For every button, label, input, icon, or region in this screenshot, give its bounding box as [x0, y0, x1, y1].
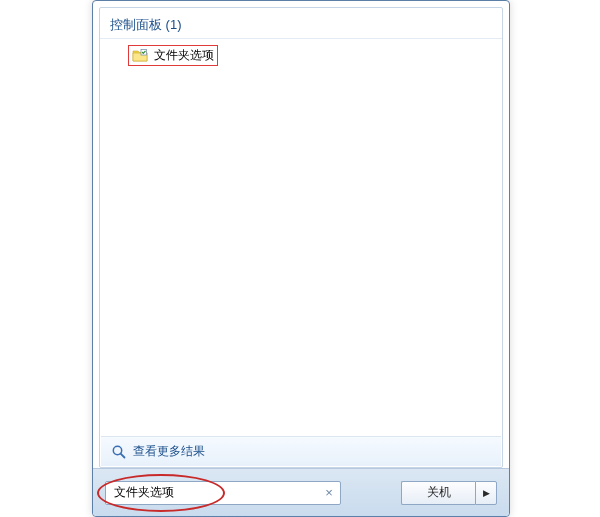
start-menu-bottom-bar: × 关机 ▶: [93, 468, 509, 516]
svg-line-2: [121, 453, 125, 457]
clear-search-icon[interactable]: ×: [321, 485, 337, 501]
shutdown-button[interactable]: 关机: [401, 481, 475, 505]
see-more-label: 查看更多结果: [133, 443, 205, 460]
shutdown-button-group: 关机 ▶: [401, 481, 497, 505]
search-box-wrapper: ×: [105, 481, 341, 505]
start-menu-panel: 控制面板 (1) 文件夹选项: [92, 0, 510, 517]
folder-options-icon: [132, 48, 148, 64]
results-spacer: [100, 68, 502, 436]
search-input[interactable]: [105, 481, 341, 505]
result-item[interactable]: 文件夹选项: [124, 43, 492, 68]
shutdown-options-arrow[interactable]: ▶: [475, 481, 497, 505]
annotation-highlight-box: 文件夹选项: [128, 45, 218, 66]
see-more-results[interactable]: 查看更多结果: [101, 436, 501, 466]
search-results-panel: 控制面板 (1) 文件夹选项: [99, 7, 503, 468]
search-icon: [111, 444, 127, 460]
result-item-label: 文件夹选项: [154, 47, 214, 64]
category-header-control-panel: 控制面板 (1): [100, 8, 502, 39]
